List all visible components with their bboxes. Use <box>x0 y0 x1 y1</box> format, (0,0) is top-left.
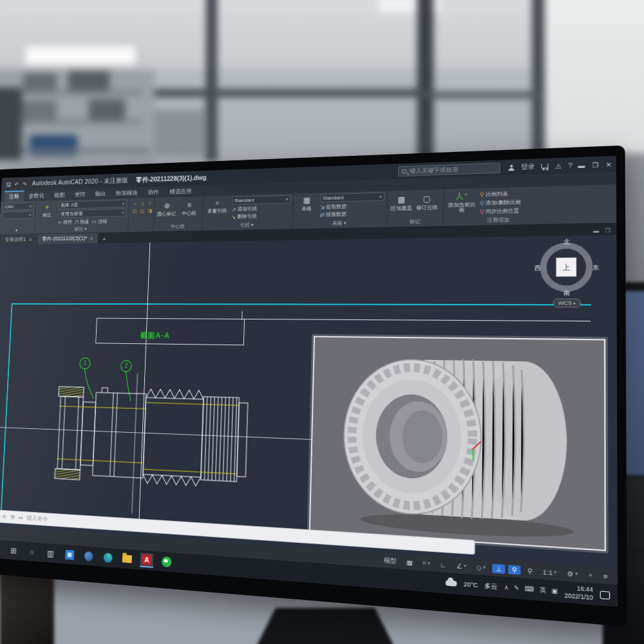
break-dim-icon[interactable]: ⫟ <box>131 200 138 207</box>
tab-view[interactable]: 视图 <box>49 190 70 200</box>
section-label[interactable]: 截面A-A <box>140 330 170 341</box>
leader-style-dropdown[interactable]: Standard ▾ <box>232 195 290 205</box>
balloon-1[interactable]: 1 <box>83 360 86 366</box>
clock[interactable]: 16:44 2022/1/10 <box>564 584 593 601</box>
panel-label-centerlines[interactable]: 中心线 <box>156 222 199 232</box>
panel-label[interactable]: ▾ <box>1 227 32 234</box>
panel-label-markup[interactable]: 标记 <box>390 217 440 227</box>
isodraft-toggle[interactable]: ◇▾ <box>473 562 489 573</box>
file-explorer-button[interactable] <box>120 551 134 566</box>
continue-dim-button[interactable]: ⊦⊦连续 <box>91 218 107 225</box>
user-icon[interactable] <box>509 165 515 171</box>
alert-icon[interactable]: ⚠ <box>555 162 562 170</box>
tab-annotate[interactable]: 注释 <box>4 191 24 202</box>
annotation-scale-button[interactable]: 1:1▾ <box>539 567 560 578</box>
polar-toggle[interactable]: ∠▾ <box>453 560 470 571</box>
centerline-button[interactable]: ≡ 中心线 <box>179 200 200 217</box>
restore-button[interactable]: ❐ <box>592 161 599 169</box>
remove-leader-button[interactable]: ↘删除引线 <box>231 213 257 220</box>
sync-scale-button[interactable]: ⚲同步比例位置 <box>480 207 520 216</box>
weather-desc[interactable]: 多云 <box>484 581 497 591</box>
tab-featured-apps[interactable]: 精选应用 <box>164 186 198 198</box>
viewcube[interactable]: 北 南 西 东 上 WCS ▾ <box>536 238 598 310</box>
model-space-canvas[interactable]: 截面A-A 1 2 <box>0 235 618 569</box>
autocad-taskbar-button[interactable]: A <box>140 553 153 568</box>
grid-toggle[interactable]: ▦ <box>403 557 417 567</box>
add-leader-button[interactable]: ↗添加引线 <box>232 205 258 213</box>
osnap-toggle[interactable]: ⊥ <box>492 564 506 574</box>
balloon-2[interactable]: 2 <box>124 363 128 369</box>
command-prompt[interactable]: 键入命令 <box>26 514 48 524</box>
close-tab-icon[interactable]: ✕ <box>28 237 32 242</box>
update-icon[interactable]: ◱ <box>138 207 146 214</box>
object-isolate-button[interactable]: + <box>585 570 596 580</box>
new-tab-button[interactable]: + <box>99 235 109 243</box>
command-tools-icon[interactable]: ⚒ <box>10 514 15 521</box>
table-style-dropdown[interactable]: Standard ▾ <box>320 193 384 203</box>
compass-west[interactable]: 西 <box>535 264 541 273</box>
file-tab-1[interactable]: 安装说明1 ✕ <box>1 234 37 245</box>
render-viewport-3d[interactable] <box>309 336 606 551</box>
autoscale-toggle[interactable]: ⚲ <box>524 565 536 576</box>
dimension-button[interactable]: ⌖ 标注 <box>37 202 57 218</box>
file-tab-2[interactable]: 零件-20211228(3)(1)* ✕ <box>37 233 98 244</box>
tab-manage[interactable]: 管理 <box>69 189 90 200</box>
section-view-2d[interactable]: 1 2 <box>39 355 284 527</box>
undo-icon[interactable]: ↶ <box>14 181 19 187</box>
hidden-icons-chevron[interactable]: ∧ <box>504 583 509 591</box>
clipboard-tray-icon[interactable]: ▣ <box>551 587 558 595</box>
tab-addins[interactable]: 附加模块 <box>111 188 143 199</box>
coordinate-system-button[interactable]: WCS ▾ <box>553 299 581 308</box>
revision-cloud-button[interactable]: ▢ 修订云线 <box>415 193 439 211</box>
workspace-gear-button[interactable]: ⚙▾ <box>564 568 582 579</box>
pen-tray-icon[interactable]: ✎ <box>514 585 520 592</box>
help-search-input[interactable]: 键入关键字或短语 <box>398 163 500 177</box>
compass-east[interactable]: 东 <box>592 263 599 272</box>
multileader-button[interactable]: ⌕ 多重引线 <box>205 196 229 214</box>
wipeout-button[interactable]: ▩ 区域覆盖 <box>390 193 413 211</box>
dim-layer-dropdown[interactable]: 使用当前项 ▾ <box>58 209 126 218</box>
panel-label-tables[interactable]: 表格 ▾ <box>296 218 384 229</box>
close-tab-icon[interactable]: ✕ <box>90 236 93 241</box>
weather-temp[interactable]: 20°C <box>464 581 478 589</box>
dim-style-dropdown[interactable]: 副本 2倍 ▾ <box>59 200 127 209</box>
tab-parametric[interactable]: 参数化 <box>24 191 50 202</box>
jog-line-icon[interactable]: ⚡ <box>147 200 154 207</box>
sign-in-button[interactable]: 登录 <box>521 162 535 172</box>
adjust-space-icon[interactable]: Ξ <box>139 200 146 207</box>
link-data-button[interactable]: ⇄链接数据 <box>319 211 346 218</box>
search-button[interactable]: ○ <box>26 544 39 559</box>
browser-app-button[interactable] <box>82 549 95 564</box>
photos-app-button[interactable] <box>62 547 76 562</box>
notification-center-icon[interactable] <box>600 591 611 600</box>
wechat-button[interactable] <box>160 554 174 570</box>
annotation-visibility-toggle[interactable]: ⚲ <box>508 564 520 574</box>
customization-menu-button[interactable]: ≡ <box>600 571 612 581</box>
start-button[interactable]: ⊞ <box>7 543 20 558</box>
center-mark-button[interactable]: ⊕ 圆心标记 <box>156 200 177 218</box>
panel-label-leaders[interactable]: 引线 ▾ <box>204 220 290 231</box>
ortho-toggle[interactable]: ∟ <box>437 560 450 570</box>
viewcube-top-face[interactable]: 上 <box>556 258 576 277</box>
help-icon[interactable]: ? <box>568 162 572 169</box>
inspect-icon[interactable]: ◰ <box>131 208 138 215</box>
task-view-button[interactable]: ▥ <box>44 545 57 560</box>
override-icon[interactable]: ◨ <box>146 207 153 214</box>
snap-toggle[interactable]: ⌗▾ <box>419 558 433 569</box>
compass-south[interactable]: 南 <box>564 289 570 298</box>
doc-restore-icon[interactable]: ❐ <box>605 227 611 234</box>
panel-label-annotation-scaling[interactable]: 注释缩放 <box>446 214 552 226</box>
add-delete-scale-button[interactable]: ⚲添加/删除比例 <box>480 198 521 207</box>
save-icon[interactable]: 🖫 <box>6 182 12 188</box>
add-current-scale-button[interactable]: 人⁺ 添加当前比例 <box>446 190 477 214</box>
keyboard-tray-icon[interactable]: ⌨ <box>525 585 535 593</box>
text-height-dropdown[interactable]: ▾ <box>2 211 33 220</box>
panel-label-dimensions[interactable]: 标注 ▾ <box>37 224 126 234</box>
tab-collaborate[interactable]: 协作 <box>142 187 164 198</box>
compass-north[interactable]: 北 <box>564 238 570 247</box>
quick-dim-button[interactable]: ⊓快速 <box>75 218 89 225</box>
app-store-cart-icon[interactable] <box>542 164 549 169</box>
table-button[interactable]: ▦ 表格 <box>296 194 317 213</box>
doc-minimize-icon[interactable]: ▬ <box>593 228 599 234</box>
recent-commands-icon[interactable]: ▸▾ <box>19 515 23 520</box>
